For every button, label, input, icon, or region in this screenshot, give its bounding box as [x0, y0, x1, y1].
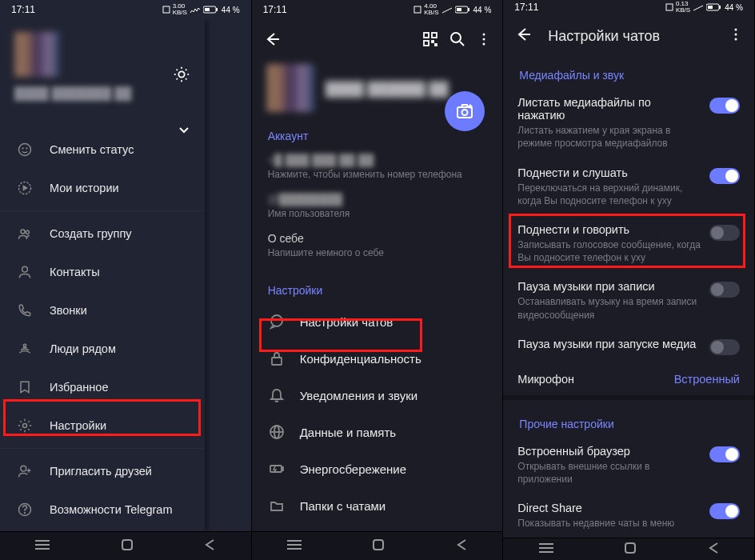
- chat-list-peek: Новости 42 27 янв. 16:54 17:07 2 11:14 2…: [205, 38, 251, 502]
- row-power[interactable]: Энергосбережение: [252, 450, 503, 487]
- user-name[interactable]: ████ ███████ ██: [14, 86, 190, 100]
- status-battery: 44 %: [222, 6, 240, 14]
- svg-rect-73: [625, 543, 635, 553]
- emoji-icon: [16, 141, 34, 158]
- menu-create-group[interactable]: Создать группу: [0, 214, 205, 253]
- nav-home-icon[interactable]: [121, 538, 134, 554]
- row-notifications[interactable]: Уведомления и звуки: [252, 377, 503, 414]
- toggle-switch[interactable]: [709, 168, 740, 184]
- app-bar: [252, 19, 503, 59]
- menu-saved[interactable]: Избранное: [0, 368, 205, 406]
- more-icon[interactable]: [729, 27, 743, 45]
- row-raise-speak[interactable]: Поднести и говорить Записывать голосовое…: [503, 215, 754, 272]
- svg-rect-33: [414, 6, 421, 13]
- svg-rect-53: [272, 358, 282, 365]
- toggle-switch[interactable]: [709, 339, 740, 355]
- row-browser[interactable]: Встроенный браузер Открывать внешние ссы…: [503, 437, 754, 494]
- menu-features[interactable]: Возможности Telegram: [0, 490, 205, 529]
- chevron-down-icon[interactable]: [178, 123, 190, 139]
- toggle-switch[interactable]: [709, 446, 740, 462]
- svg-rect-58: [282, 467, 283, 470]
- svg-line-14: [186, 70, 186, 70]
- nav-recent-icon[interactable]: [35, 539, 50, 554]
- nav-home-icon[interactable]: [624, 542, 637, 558]
- bookmark-icon: [16, 378, 34, 396]
- svg-rect-39: [424, 41, 429, 46]
- nav-recent-icon[interactable]: [539, 542, 553, 557]
- row-data[interactable]: Данные и память: [252, 414, 503, 450]
- status-time: 17:11: [263, 4, 287, 15]
- theme-toggle-icon[interactable]: [173, 66, 190, 86]
- chat-settings-screen: 17:11 0.13KB/S 44 % Настройки чатов Меди…: [503, 0, 755, 560]
- settings-section-title: Настройки: [252, 266, 503, 303]
- svg-rect-35: [457, 8, 461, 11]
- toggle-switch[interactable]: [709, 282, 740, 298]
- add-person-icon: [16, 462, 34, 480]
- back-icon[interactable]: [514, 26, 532, 46]
- phone-row[interactable]: +█ ███ ███ ██ ██ Нажмите, чтобы изменить…: [252, 149, 503, 188]
- location-person-icon: [16, 340, 34, 358]
- row-chat-settings[interactable]: Настройки чатов: [252, 303, 503, 340]
- svg-point-16: [22, 148, 23, 149]
- row-pause-record[interactable]: Пауза музыки при записи Останавливать му…: [503, 272, 754, 329]
- row-tap-media[interactable]: Листать медиафайлы по нажатию Листать на…: [503, 88, 754, 158]
- svg-point-45: [483, 38, 485, 41]
- back-icon[interactable]: [263, 30, 281, 51]
- menu-settings[interactable]: Настройки: [0, 406, 205, 445]
- profile-name: ████ ██████ ██: [326, 82, 449, 98]
- menu-invite[interactable]: Пригласить друзей: [0, 452, 205, 490]
- menu-people-nearby[interactable]: Люди рядом: [0, 330, 205, 368]
- data-icon: [268, 423, 286, 441]
- status-bar: 17:11 4.00KB/S 44 %: [252, 0, 503, 19]
- nav-back-icon[interactable]: [204, 538, 215, 554]
- avatar[interactable]: [14, 32, 59, 77]
- svg-rect-62: [374, 540, 383, 550]
- svg-line-12: [186, 78, 186, 79]
- toggle-switch[interactable]: [709, 503, 740, 519]
- status-bar: 17:11 3.00KB/S 44 %: [0, 0, 251, 19]
- row-raise-listen[interactable]: Поднести и слушать Переключаться на верх…: [503, 158, 754, 215]
- toggle-switch[interactable]: [709, 98, 740, 114]
- nav-back-icon[interactable]: [708, 542, 719, 558]
- row-direct-share[interactable]: Direct Share Показывать недавние чаты в …: [503, 494, 754, 538]
- toggle-switch[interactable]: [709, 225, 740, 241]
- menu-change-status[interactable]: Сменить статус: [0, 130, 205, 169]
- svg-point-48: [462, 110, 468, 115]
- drawer-header: ████ ███████ ██: [0, 19, 205, 108]
- svg-point-46: [483, 43, 485, 46]
- svg-rect-57: [270, 466, 282, 472]
- status-time: 17:11: [11, 4, 35, 15]
- row-microphone[interactable]: Микрофон Встроенный: [503, 363, 754, 395]
- svg-line-13: [177, 78, 178, 79]
- row-privacy[interactable]: Конфиденциальность: [252, 340, 503, 377]
- menu-calls[interactable]: Звонки: [0, 291, 205, 330]
- svg-point-19: [21, 230, 25, 234]
- page-title: Настройки чатов: [548, 28, 713, 45]
- help-icon: [16, 501, 34, 518]
- svg-point-52: [271, 315, 282, 326]
- nav-back-icon[interactable]: [456, 538, 467, 554]
- microphone-value: Встроенный: [674, 373, 740, 386]
- row-pause-media[interactable]: Пауза музыки при запуске медиа: [503, 330, 754, 363]
- svg-rect-2: [205, 8, 210, 11]
- svg-point-20: [26, 230, 29, 234]
- drawer-menu: Сменить статус Мои истории Создать групп…: [0, 124, 205, 531]
- person-icon: [16, 263, 34, 281]
- avatar[interactable]: [266, 64, 314, 112]
- bio-row[interactable]: О себе Напишите немного о себе: [252, 227, 503, 266]
- lock-icon: [268, 350, 286, 367]
- menu-my-stories[interactable]: Мои истории: [0, 169, 205, 207]
- qr-icon[interactable]: [422, 31, 438, 50]
- svg-point-21: [22, 266, 28, 272]
- nav-recent-icon[interactable]: [287, 539, 302, 554]
- svg-rect-32: [122, 540, 132, 550]
- camera-button[interactable]: [445, 91, 485, 131]
- menu-contacts[interactable]: Контакты: [0, 253, 205, 291]
- search-icon[interactable]: [449, 31, 465, 50]
- row-folders[interactable]: Папки с чатами: [252, 487, 503, 524]
- svg-rect-0: [163, 6, 170, 13]
- more-icon[interactable]: [477, 32, 491, 50]
- username-row[interactable]: @████████ Имя пользователя: [252, 188, 503, 227]
- svg-point-28: [25, 513, 26, 514]
- nav-home-icon[interactable]: [372, 538, 385, 554]
